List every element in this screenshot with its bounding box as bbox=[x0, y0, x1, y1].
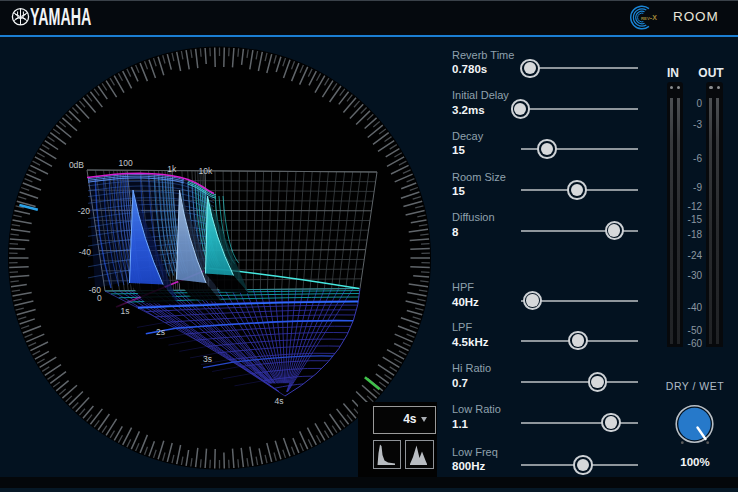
svg-text:-20: -20 bbox=[78, 206, 91, 216]
svg-text:-40: -40 bbox=[79, 247, 92, 257]
svg-text:1k: 1k bbox=[167, 164, 177, 174]
svg-text:10k: 10k bbox=[198, 166, 212, 176]
svg-text:3s: 3s bbox=[203, 354, 212, 364]
svg-text:REV-X: REV-X bbox=[641, 14, 657, 21]
svg-text:2s: 2s bbox=[156, 327, 165, 337]
svg-text:4s: 4s bbox=[275, 396, 284, 406]
svg-text:1s: 1s bbox=[121, 306, 130, 316]
svg-text:0dB: 0dB bbox=[69, 160, 84, 170]
svg-text:100: 100 bbox=[119, 158, 133, 168]
svg-text:0: 0 bbox=[97, 293, 102, 303]
